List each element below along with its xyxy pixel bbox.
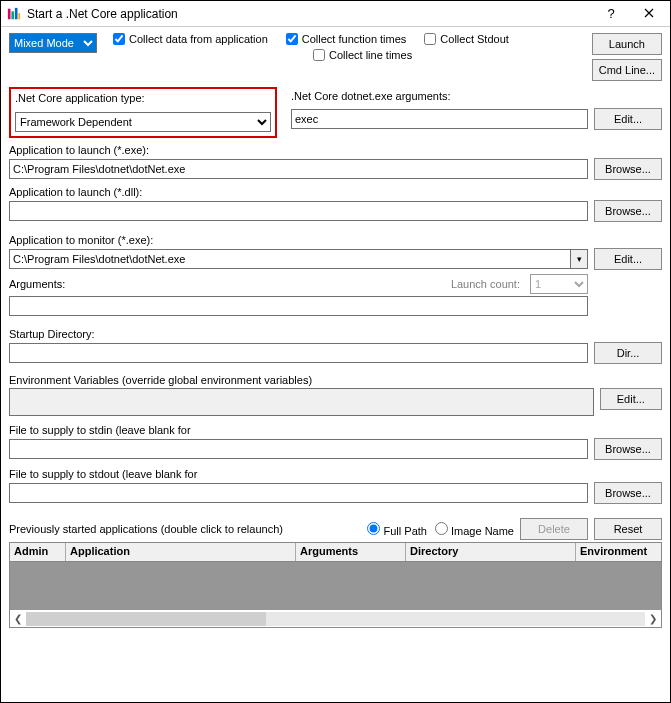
collect-stdout-checkbox[interactable]: Collect Stdout [424, 33, 508, 45]
svg-rect-3 [18, 13, 20, 19]
stdout-label: File to supply to stdout (leave blank fo… [9, 468, 662, 480]
app-dll-browse-button[interactable]: Browse... [594, 200, 662, 222]
launch-count-select: 1 [530, 274, 588, 294]
apptype-label: .Net Core application type: [15, 92, 271, 104]
dotnet-args-input[interactable] [291, 109, 588, 129]
scroll-right-icon[interactable]: ❯ [645, 613, 661, 624]
app-exe-input[interactable] [9, 159, 588, 179]
stdout-input[interactable] [9, 483, 588, 503]
fullpath-radio[interactable]: Full Path [367, 522, 426, 537]
col-application[interactable]: Application [66, 543, 296, 561]
collect-data-checkbox[interactable]: Collect data from application [113, 33, 268, 45]
collect-func-checkbox[interactable]: Collect function times [286, 33, 407, 45]
startup-input[interactable] [9, 343, 588, 363]
close-button[interactable] [630, 2, 668, 26]
arguments-label: Arguments: [9, 278, 65, 290]
apptype-highlight: .Net Core application type: Framework De… [9, 87, 277, 138]
history-delete-button: Delete [520, 518, 588, 540]
apptype-select[interactable]: Framework Dependent [15, 112, 271, 132]
stdin-browse-button[interactable]: Browse... [594, 438, 662, 460]
history-table-body[interactable] [9, 562, 662, 610]
chevron-down-icon[interactable]: ▾ [570, 249, 588, 269]
history-label: Previously started applications (double … [9, 523, 283, 535]
svg-rect-1 [11, 11, 14, 19]
app-dll-input[interactable] [9, 201, 588, 221]
collect-line-checkbox[interactable]: Collect line times [313, 49, 412, 61]
startup-label: Startup Directory: [9, 328, 662, 340]
stdout-browse-button[interactable]: Browse... [594, 482, 662, 504]
scroll-left-icon[interactable]: ❮ [10, 613, 26, 624]
close-icon [644, 8, 654, 18]
svg-rect-2 [15, 7, 18, 18]
app-dll-label: Application to launch (*.dll): [9, 186, 662, 198]
app-exe-browse-button[interactable]: Browse... [594, 158, 662, 180]
launch-button[interactable]: Launch [592, 33, 662, 55]
app-monitor-combo[interactable]: ▾ [9, 249, 588, 269]
col-admin[interactable]: Admin [10, 543, 66, 561]
startup-dir-button[interactable]: Dir... [594, 342, 662, 364]
col-environment[interactable]: Environment [576, 543, 661, 561]
col-arguments[interactable]: Arguments [296, 543, 406, 561]
history-table-header: Admin Application Arguments Directory En… [9, 542, 662, 562]
cmdline-button[interactable]: Cmd Line... [592, 59, 662, 81]
dotnet-args-edit-button[interactable]: Edit... [594, 108, 662, 130]
dotnet-args-label: .Net Core dotnet.exe arguments: [291, 90, 662, 102]
titlebar: Start a .Net Core application ? [1, 1, 670, 27]
help-button[interactable]: ? [592, 2, 630, 26]
imagename-radio[interactable]: Image Name [435, 522, 514, 537]
app-monitor-edit-button[interactable]: Edit... [594, 248, 662, 270]
svg-rect-0 [8, 8, 11, 19]
stdin-input[interactable] [9, 439, 588, 459]
mode-select[interactable]: Mixed Mode [9, 33, 97, 53]
env-edit-button[interactable]: Edit... [600, 388, 662, 410]
history-reset-button[interactable]: Reset [594, 518, 662, 540]
col-directory[interactable]: Directory [406, 543, 576, 561]
app-monitor-label: Application to monitor (*.exe): [9, 234, 662, 246]
app-monitor-input[interactable] [9, 249, 570, 269]
arguments-input[interactable] [9, 296, 588, 316]
history-hscrollbar[interactable]: ❮ ❯ [9, 610, 662, 628]
window-title: Start a .Net Core application [27, 7, 592, 21]
app-exe-label: Application to launch (*.exe): [9, 144, 662, 156]
scroll-thumb[interactable] [26, 612, 266, 626]
stdin-label: File to supply to stdin (leave blank for [9, 424, 662, 436]
app-icon [7, 7, 21, 21]
launch-count-label: Launch count: [451, 278, 520, 290]
env-textarea [9, 388, 594, 416]
env-label: Environment Variables (override global e… [9, 374, 662, 386]
